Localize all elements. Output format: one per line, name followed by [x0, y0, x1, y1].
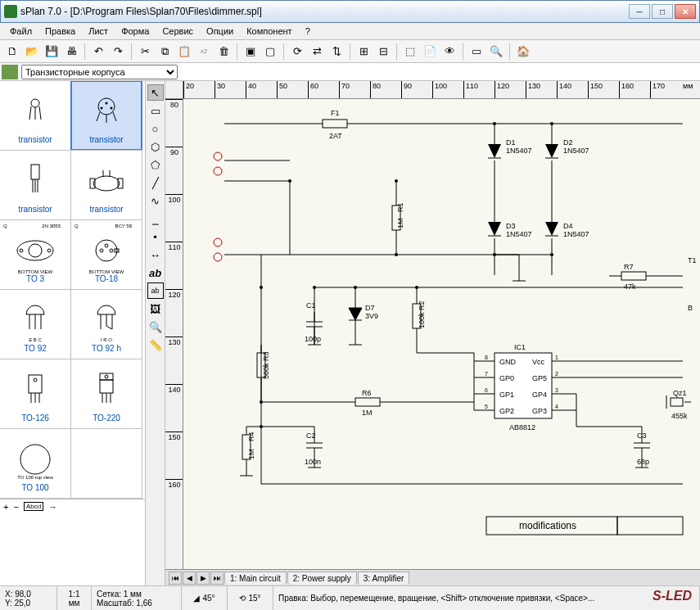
- svg-text:1N5407: 1N5407: [563, 147, 589, 155]
- palette-empty[interactable]: [70, 428, 142, 499]
- palette-transistor-1[interactable]: transistor: [0, 81, 71, 151]
- palette-to18[interactable]: QBCY 58 BOTTOM VIEW TO-18: [70, 219, 142, 290]
- tab-power[interactable]: 2: Power supply: [287, 572, 357, 585]
- svg-text:R4: R4: [247, 432, 255, 441]
- line-tool-icon[interactable]: ╱: [147, 174, 164, 191]
- paste-icon[interactable]: 📋: [175, 43, 193, 61]
- junction-tool-icon[interactable]: •: [147, 228, 164, 245]
- special-tool-icon[interactable]: ⬡: [147, 138, 164, 155]
- tab-prev-icon[interactable]: ◀: [183, 572, 196, 585]
- svg-text:100k: 100k: [418, 312, 426, 328]
- svg-text:GP1: GP1: [499, 391, 514, 399]
- palette-to3[interactable]: Q2N 3055 BOTTOM VIEW TO 3: [0, 219, 71, 290]
- drawing-tools: ↖ ▭ ○ ⬡ ⬠ ╱ ∿ ⎯ • ↔ ab ab 🖼 🔍 📏: [146, 81, 165, 585]
- add-icon[interactable]: +: [3, 502, 8, 512]
- remove-icon[interactable]: −: [13, 502, 18, 512]
- home-icon[interactable]: 🏠: [514, 43, 532, 61]
- palette-to92h[interactable]: I R O TO 92 h: [70, 289, 142, 359]
- tab-last-icon[interactable]: ⏭: [210, 572, 224, 585]
- svg-text:7: 7: [485, 371, 488, 377]
- open-icon[interactable]: 📂: [23, 43, 41, 61]
- angle-15[interactable]: ⟲ 15°: [228, 586, 273, 610]
- list-icon[interactable]: 📄: [421, 43, 439, 61]
- palette-transistor-3[interactable]: transistor: [0, 150, 71, 220]
- library-dropdown[interactable]: Транзисторные корпуса: [21, 65, 178, 79]
- save-icon[interactable]: 💾: [43, 43, 61, 61]
- angle-45[interactable]: ◢ 45°: [182, 586, 228, 610]
- menu-edit[interactable]: Правка: [38, 25, 82, 38]
- svg-marker-76: [349, 308, 362, 320]
- svg-text:D2: D2: [563, 138, 573, 147]
- svg-point-141: [288, 179, 291, 183]
- palette-to92[interactable]: E B C TO 92: [0, 289, 71, 359]
- text-tool-icon[interactable]: ab: [147, 264, 164, 281]
- zoom-tool-icon[interactable]: 🔍: [147, 319, 164, 335]
- svg-line-1: [29, 106, 31, 120]
- svg-text:3V9: 3V9: [365, 312, 378, 320]
- poly-tool-icon[interactable]: ⬠: [147, 156, 164, 173]
- delete-icon[interactable]: 🗑: [215, 43, 233, 61]
- close-button[interactable]: ✕: [675, 4, 696, 19]
- arrow-icon[interactable]: →: [48, 502, 57, 512]
- pointer-tool-icon[interactable]: ↖: [147, 84, 164, 101]
- front-icon[interactable]: ▣: [242, 43, 260, 61]
- menu-service[interactable]: Сервис: [156, 25, 200, 38]
- minimize-button[interactable]: ─: [629, 4, 650, 19]
- search-icon[interactable]: 👁: [440, 43, 458, 61]
- dimension-tool-icon[interactable]: ↔: [147, 246, 164, 263]
- group-icon[interactable]: ⊞: [355, 43, 373, 61]
- palette-transistor-2[interactable]: transistor: [70, 81, 142, 151]
- measure-tool-icon[interactable]: 📏: [147, 337, 164, 353]
- svg-text:1N5407: 1N5407: [506, 147, 532, 155]
- menu-file[interactable]: Файл: [3, 25, 38, 38]
- menu-options[interactable]: Опции: [200, 25, 240, 38]
- palette-footer: + − Abcd →: [0, 499, 145, 513]
- status-bar: X: 98,0 Y: 25,0 1:1мм Сетка: 1 мм Масшта…: [0, 585, 700, 610]
- svg-point-36: [34, 378, 37, 382]
- back-icon[interactable]: ▢: [261, 43, 279, 61]
- svg-text:5: 5: [485, 404, 488, 409]
- svg-point-143: [260, 286, 263, 289]
- menu-form[interactable]: Форма: [115, 25, 156, 38]
- mirror-v-icon[interactable]: ⇅: [327, 43, 345, 61]
- svg-text:GP4: GP4: [532, 391, 547, 399]
- cut-icon[interactable]: ✂: [136, 43, 154, 61]
- copy-icon[interactable]: ⧉: [156, 43, 174, 61]
- maximize-button[interactable]: □: [652, 4, 673, 19]
- svg-rect-87: [355, 398, 380, 406]
- mirror-h-icon[interactable]: ⇄: [308, 43, 326, 61]
- tab-next-icon[interactable]: ▶: [196, 572, 210, 585]
- print-icon[interactable]: 🖶: [62, 43, 80, 61]
- binoculars-icon[interactable]: 🔍: [487, 43, 505, 61]
- rotate-icon[interactable]: ⟳: [288, 43, 306, 61]
- new-icon[interactable]: 🗋: [3, 43, 21, 61]
- palette-to100[interactable]: TO 100 top view TO 100: [0, 428, 71, 499]
- menu-component[interactable]: Компонент: [240, 25, 298, 38]
- image-tool-icon[interactable]: 🖼: [147, 300, 164, 317]
- wire-tool-icon[interactable]: ⎯: [147, 210, 164, 227]
- library-icon: [2, 65, 18, 79]
- palette-to220[interactable]: TO-220: [70, 359, 142, 429]
- sheet-icon[interactable]: ▭: [467, 43, 485, 61]
- svg-point-23: [47, 249, 51, 252]
- tab-first-icon[interactable]: ⏮: [169, 572, 182, 585]
- snap-icon[interactable]: ⬚: [401, 43, 419, 61]
- textblock-tool-icon[interactable]: ab: [147, 282, 164, 299]
- palette-transistor-4[interactable]: transistor: [70, 150, 142, 220]
- palette-to126[interactable]: TO-126: [0, 359, 71, 429]
- svg-rect-16: [90, 178, 95, 188]
- tab-main[interactable]: 1: Main circuit: [224, 572, 287, 585]
- menu-help[interactable]: ?: [299, 25, 317, 38]
- redo-icon[interactable]: ↷: [109, 43, 127, 61]
- svg-point-26: [110, 249, 113, 252]
- schematic-canvas[interactable]: F12AT D11N5407 D21N5407 D31N5407 D41N540…: [183, 99, 700, 569]
- x2-icon[interactable]: x2: [195, 43, 213, 61]
- circle-tool-icon[interactable]: ○: [147, 120, 164, 137]
- bezier-tool-icon[interactable]: ∿: [147, 192, 164, 209]
- rect-tool-icon[interactable]: ▭: [147, 102, 164, 119]
- menu-sheet[interactable]: Лист: [82, 25, 115, 38]
- undo-icon[interactable]: ↶: [89, 43, 107, 61]
- abcd-icon[interactable]: Abcd: [24, 502, 43, 511]
- tab-amp[interactable]: 3: Amplifier: [358, 572, 409, 585]
- ungroup-icon[interactable]: ⊟: [374, 43, 392, 61]
